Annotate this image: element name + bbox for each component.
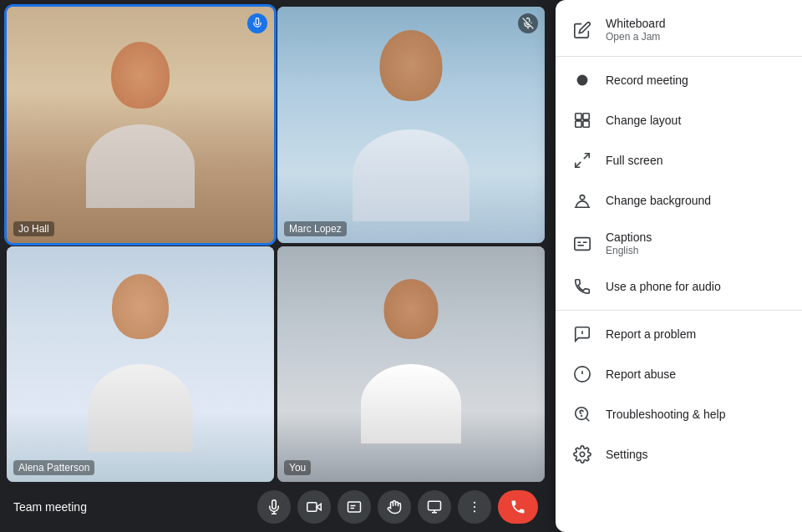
- menu-item-phone-audio[interactable]: Use a phone for audio: [556, 266, 802, 307]
- whiteboard-text: Whiteboard Open a Jam: [606, 17, 785, 43]
- whiteboard-label: Whiteboard: [606, 17, 785, 30]
- svg-point-32: [576, 408, 588, 420]
- settings-label: Settings: [606, 448, 785, 461]
- participant-name-4: You: [284, 460, 311, 475]
- report-problem-label: Report a problem: [606, 327, 785, 341]
- report-abuse-text: Report abuse: [606, 367, 785, 381]
- menu-item-record[interactable]: Record meeting: [556, 60, 802, 100]
- video-cell-3: Alena Patterson: [7, 246, 274, 483]
- divider-2: [556, 310, 802, 311]
- troubleshooting-label: Troubleshooting & help: [606, 408, 785, 421]
- participant-name-2: Marc Lopez: [284, 221, 347, 236]
- video-grid: Jo Hall: [0, 0, 551, 482]
- present-button[interactable]: [418, 490, 451, 524]
- svg-rect-18: [583, 121, 589, 127]
- svg-point-14: [577, 75, 588, 86]
- bottom-bar: Team meeting: [0, 482, 551, 532]
- camera-button[interactable]: [297, 490, 331, 524]
- divider-1: [556, 56, 802, 57]
- menu-item-fullscreen[interactable]: Full screen: [556, 140, 802, 180]
- captions-button[interactable]: [338, 490, 371, 524]
- captions-label: Captions: [606, 231, 785, 244]
- report-problem-text: Report a problem: [606, 327, 785, 341]
- mic-muted-2: [518, 13, 538, 33]
- pencil-icon: [572, 20, 592, 40]
- context-menu: Whiteboard Open a Jam Record meeting: [556, 0, 802, 532]
- svg-point-13: [474, 510, 475, 512]
- participant-name-3: Alena Patterson: [13, 460, 94, 475]
- meeting-title: Team meeting: [13, 500, 257, 514]
- menu-item-report-abuse[interactable]: Report abuse: [556, 354, 802, 394]
- record-label: Record meeting: [606, 73, 785, 87]
- menu-item-captions[interactable]: Captions English: [556, 220, 802, 266]
- fullscreen-label: Full screen: [606, 154, 785, 167]
- video-cell-4: You: [277, 246, 545, 483]
- main-content: Jo Hall: [0, 0, 802, 532]
- report-abuse-icon: [572, 364, 592, 384]
- record-icon: [572, 70, 592, 90]
- video-cell-2: Marc Lopez: [277, 7, 545, 243]
- report-abuse-label: Report abuse: [606, 367, 785, 381]
- svg-rect-8: [429, 501, 441, 510]
- settings-text: Settings: [606, 448, 785, 461]
- fullscreen-icon: [572, 150, 592, 170]
- participant-name-1: Jo Hall: [13, 221, 54, 236]
- layout-label: Change layout: [606, 114, 785, 127]
- svg-point-34: [581, 415, 582, 416]
- svg-rect-23: [575, 237, 590, 250]
- more-options-button[interactable]: [458, 490, 491, 524]
- captions-icon: [572, 234, 592, 254]
- background-icon: [572, 190, 592, 210]
- troubleshooting-text: Troubleshooting & help: [606, 408, 785, 421]
- phone-audio-label: Use a phone for audio: [606, 280, 785, 293]
- whiteboard-sublabel: Open a Jam: [606, 31, 785, 43]
- svg-point-11: [474, 502, 475, 504]
- layout-text: Change layout: [606, 114, 785, 127]
- help-icon: [572, 404, 592, 424]
- meeting-container: Jo Hall: [0, 0, 802, 532]
- menu-item-whiteboard[interactable]: Whiteboard Open a Jam: [556, 7, 802, 53]
- raise-hand-button[interactable]: [378, 490, 411, 524]
- captions-sublabel: English: [606, 245, 785, 256]
- menu-item-settings[interactable]: Settings: [556, 434, 802, 474]
- participant-video-3: [7, 246, 274, 483]
- menu-item-background[interactable]: Change background: [556, 180, 802, 220]
- svg-point-35: [580, 452, 585, 457]
- menu-item-layout[interactable]: Change layout: [556, 100, 802, 140]
- active-speaker-indicator-1: [247, 13, 267, 33]
- record-text: Record meeting: [606, 73, 785, 87]
- svg-rect-16: [583, 114, 589, 119]
- phone-audio-text: Use a phone for audio: [606, 280, 785, 293]
- report-problem-icon: [572, 324, 592, 344]
- svg-point-12: [474, 506, 475, 508]
- end-call-button[interactable]: [498, 490, 538, 524]
- video-cell-1: Jo Hall: [7, 7, 274, 243]
- svg-rect-15: [576, 114, 581, 119]
- background-text: Change background: [606, 194, 785, 207]
- participant-video-2: [277, 7, 545, 243]
- svg-point-21: [580, 195, 585, 200]
- svg-rect-5: [348, 502, 361, 512]
- participant-video-1: [7, 7, 274, 243]
- background-label: Change background: [606, 194, 785, 207]
- fullscreen-text: Full screen: [606, 154, 785, 167]
- settings-icon: [572, 444, 592, 464]
- controls: [257, 490, 538, 524]
- svg-line-33: [586, 418, 589, 421]
- mic-button[interactable]: [257, 490, 291, 524]
- layout-icon: [572, 110, 592, 130]
- svg-line-20: [576, 162, 581, 167]
- menu-item-report-problem[interactable]: Report a problem: [556, 314, 802, 354]
- svg-rect-4: [307, 503, 317, 512]
- participant-video-4: [277, 246, 545, 483]
- captions-text: Captions English: [606, 231, 785, 256]
- svg-rect-17: [576, 121, 581, 127]
- menu-item-troubleshooting[interactable]: Troubleshooting & help: [556, 394, 802, 434]
- phone-icon: [572, 276, 592, 296]
- svg-line-19: [584, 154, 589, 159]
